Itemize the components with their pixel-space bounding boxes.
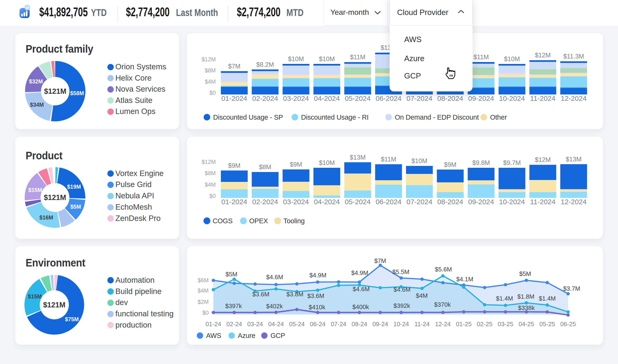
svg-text:$2M: $2M xyxy=(198,299,209,305)
svg-text:$0: $0 xyxy=(209,90,216,96)
svg-text:$75M: $75M xyxy=(65,316,79,322)
svg-text:Other: Other xyxy=(490,114,507,121)
svg-text:$10M: $10M xyxy=(504,55,520,63)
svg-text:06-2024: 06-2024 xyxy=(375,198,401,206)
svg-text:$58M: $58M xyxy=(70,90,84,96)
svg-text:GCP: GCP xyxy=(270,332,285,339)
svg-text:$11M: $11M xyxy=(350,53,365,61)
svg-text:$4M: $4M xyxy=(198,287,209,294)
svg-text:$0: $0 xyxy=(202,310,209,316)
svg-text:$8M: $8M xyxy=(205,170,216,176)
svg-text:12-2024: 12-2024 xyxy=(561,94,587,102)
svg-text:04-2024: 04-2024 xyxy=(314,198,340,206)
svg-text:09-2024: 09-2024 xyxy=(468,94,494,102)
svg-text:$3.6M: $3.6M xyxy=(307,292,324,299)
svg-text:$397k: $397k xyxy=(225,302,242,310)
svg-text:03-2024: 03-2024 xyxy=(283,198,309,206)
svg-text:$4.6M: $4.6M xyxy=(266,273,283,281)
svg-text:05-2024: 05-2024 xyxy=(345,94,371,102)
svg-text:$11M: $11M xyxy=(381,156,396,163)
svg-text:$4.1M: $4.1M xyxy=(456,276,473,283)
svg-text:04-25: 04-25 xyxy=(519,321,534,328)
svg-text:$15M: $15M xyxy=(28,294,42,299)
svg-text:AWS: AWS xyxy=(206,332,221,339)
svg-text:$10M: $10M xyxy=(319,159,335,166)
svg-text:02-25: 02-25 xyxy=(477,321,492,328)
svg-text:$121M: $121M xyxy=(43,301,65,309)
svg-text:$10M: $10M xyxy=(288,55,304,63)
svg-text:$9.7M: $9.7M xyxy=(503,159,521,166)
svg-text:06-24: 06-24 xyxy=(310,321,326,328)
svg-text:01-24: 01-24 xyxy=(206,321,221,328)
svg-text:$0: $0 xyxy=(209,193,216,199)
svg-text:$11M: $11M xyxy=(474,53,489,61)
svg-text:02-2024: 02-2024 xyxy=(252,94,278,102)
svg-text:$9M: $9M xyxy=(444,161,457,168)
svg-text:$410k: $410k xyxy=(309,304,326,311)
svg-text:03-2024: 03-2024 xyxy=(283,94,309,102)
svg-text:$4.6M: $4.6M xyxy=(394,286,411,293)
svg-text:$3.8M: $3.8M xyxy=(286,291,303,298)
svg-text:$3.6M: $3.6M xyxy=(252,291,269,298)
svg-text:$9.8M: $9.8M xyxy=(472,159,490,166)
svg-text:06-25: 06-25 xyxy=(560,321,576,328)
svg-text:$12M: $12M xyxy=(535,52,551,59)
svg-text:05-25: 05-25 xyxy=(540,321,555,328)
svg-text:On Demand - EDP Discount: On Demand - EDP Discount xyxy=(395,114,479,121)
svg-text:$4.9M: $4.9M xyxy=(351,269,368,276)
svg-text:OPEX: OPEX xyxy=(249,217,268,225)
svg-text:Discounted Usage - RI: Discounted Usage - RI xyxy=(301,114,369,121)
svg-text:10-2024: 10-2024 xyxy=(499,198,525,206)
svg-text:$13M: $13M xyxy=(350,154,366,161)
svg-text:12-24: 12-24 xyxy=(435,321,451,328)
svg-text:$5.5M: $5.5M xyxy=(392,268,409,275)
svg-text:09-24: 09-24 xyxy=(373,321,388,328)
svg-text:$8M: $8M xyxy=(259,164,271,171)
svg-text:$34M: $34M xyxy=(30,102,44,108)
svg-text:01-2024: 01-2024 xyxy=(221,94,247,102)
svg-text:COGS: COGS xyxy=(213,217,233,225)
svg-text:$7M: $7M xyxy=(228,63,241,70)
svg-text:08-2024: 08-2024 xyxy=(437,198,463,206)
svg-text:$338k: $338k xyxy=(518,304,535,311)
svg-text:$12M: $12M xyxy=(202,56,216,63)
svg-text:11-2024: 11-2024 xyxy=(530,198,555,206)
svg-text:11-24: 11-24 xyxy=(414,321,430,328)
svg-text:$8.2M: $8.2M xyxy=(256,61,274,68)
svg-text:$12M: $12M xyxy=(202,159,216,165)
svg-text:$392k: $392k xyxy=(394,302,411,309)
svg-text:$16M: $16M xyxy=(39,215,53,221)
svg-text:10-2024: 10-2024 xyxy=(499,94,525,102)
svg-text:$5.6M: $5.6M xyxy=(435,266,452,273)
svg-text:$4.6M: $4.6M xyxy=(353,286,370,293)
svg-text:$11.3M: $11.3M xyxy=(563,53,584,60)
svg-text:$4M: $4M xyxy=(205,182,216,188)
svg-text:$32M: $32M xyxy=(29,78,43,85)
svg-text:04-24: 04-24 xyxy=(268,321,284,328)
svg-text:Tooling: Tooling xyxy=(283,217,305,225)
svg-text:02-2024: 02-2024 xyxy=(252,198,278,206)
svg-text:$9M: $9M xyxy=(290,161,302,168)
svg-text:$1.8M: $1.8M xyxy=(517,293,534,300)
svg-text:07-2024: 07-2024 xyxy=(407,198,432,206)
svg-text:$19M: $19M xyxy=(67,184,81,190)
svg-text:06-2024: 06-2024 xyxy=(375,94,401,102)
svg-text:$9M: $9M xyxy=(228,162,241,169)
svg-text:04-2024: 04-2024 xyxy=(314,94,340,102)
svg-text:01-2024: 01-2024 xyxy=(221,198,247,206)
svg-text:$6M: $6M xyxy=(198,277,209,283)
svg-text:03-25: 03-25 xyxy=(498,321,514,328)
svg-text:$5M: $5M xyxy=(519,270,531,277)
svg-text:$5M: $5M xyxy=(226,271,238,278)
svg-text:05-2024: 05-2024 xyxy=(345,198,371,206)
svg-text:10-24: 10-24 xyxy=(393,321,409,328)
svg-text:$3.7M: $3.7M xyxy=(563,285,580,292)
svg-text:$4.9M: $4.9M xyxy=(309,272,326,279)
svg-text:08-24: 08-24 xyxy=(351,321,367,328)
svg-text:$8M: $8M xyxy=(205,67,216,74)
svg-text:$402k: $402k xyxy=(266,303,283,310)
svg-text:$12M: $12M xyxy=(535,156,551,163)
svg-text:07-24: 07-24 xyxy=(331,321,347,328)
svg-text:08-2024: 08-2024 xyxy=(437,94,463,102)
svg-text:$4M: $4M xyxy=(205,78,216,85)
